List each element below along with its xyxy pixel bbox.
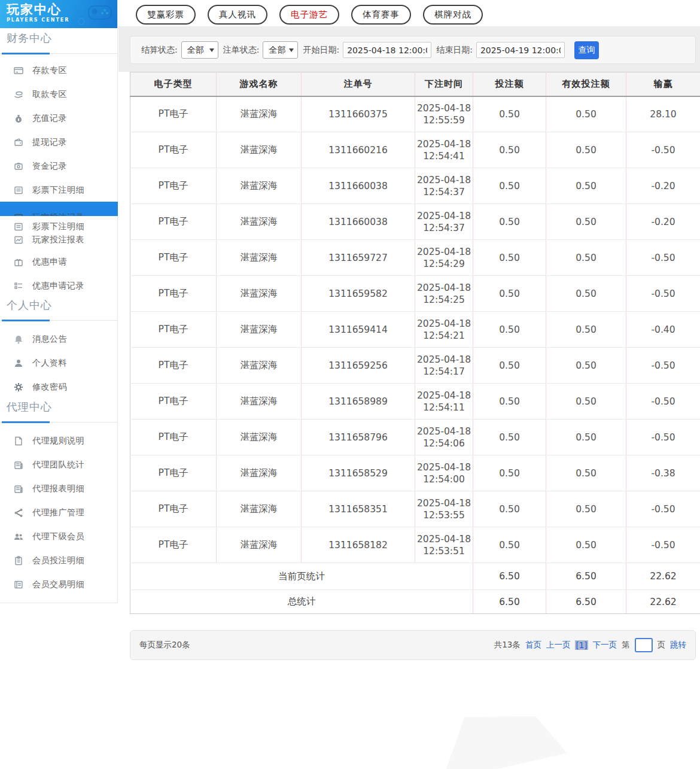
sidebar-item-promo-apply[interactable]: 优惠申请 <box>0 250 118 274</box>
cell-bet-date: 2025-04-18 <box>415 497 473 509</box>
sidebar-item-agent-report-detail[interactable]: 代理报表明细 <box>0 477 118 501</box>
settle-status-select[interactable]: 全部 <box>181 41 218 59</box>
section-agent: 代理中心 <box>0 400 118 423</box>
cell-win-loss: 28.10 <box>626 96 700 132</box>
cell-bet-time: 2025-04-18 12:54:11 <box>415 384 473 420</box>
cell-bet-clock: 12:54:37 <box>415 186 473 198</box>
tab-lottery[interactable]: 雙赢彩票 <box>136 5 196 25</box>
person-icon <box>14 358 23 368</box>
start-date-input[interactable] <box>343 42 431 58</box>
sidebar-item-label: 充值记录 <box>32 113 67 124</box>
sidebar-item-player-bet-report[interactable]: 玩家投注报表 <box>0 230 118 250</box>
table-row: PT电子 湛蓝深海 1311658529 2025-04-18 12:54:00… <box>130 455 700 491</box>
col-win-loss: 输赢 <box>626 72 700 96</box>
total-count: 共13条 <box>494 640 521 651</box>
next-page-link[interactable]: 下一页 <box>593 640 617 651</box>
sidebar-item-withdraw-records[interactable]: 提现记录 <box>0 130 118 154</box>
cell-game: 湛蓝深海 <box>217 527 302 563</box>
start-date-label: 开始日期: <box>303 45 339 56</box>
cell-valid-bet: 0.50 <box>546 384 626 420</box>
cell-type: PT电子 <box>130 384 217 420</box>
col-bet-amount: 投注额 <box>473 72 546 96</box>
cell-game: 湛蓝深海 <box>217 240 302 276</box>
total-summary-valid-bet: 6.50 <box>546 590 626 614</box>
sidebar-item-agent-rules[interactable]: 代理规则说明 <box>0 429 118 453</box>
sidebar-item-label: 玩家投注记录 <box>32 212 84 216</box>
cell-type: PT电子 <box>130 168 217 204</box>
cell-win-loss: -0.50 <box>626 240 700 276</box>
tab-sports[interactable]: 体育赛事 <box>351 5 411 25</box>
cell-bet-time: 2025-04-18 12:54:37 <box>415 168 473 204</box>
sidebar-item-agent-sub-members[interactable]: 代理下级会员 <box>0 525 118 549</box>
sidebar-item-label: 优惠申请记录 <box>32 281 84 291</box>
cell-order-no: 1311658989 <box>302 384 415 420</box>
cell-bet-date: 2025-04-18 <box>415 174 473 186</box>
col-electronic-type: 电子类型 <box>130 72 217 96</box>
cell-bet: 0.50 <box>473 132 546 168</box>
cell-bet-time: 2025-04-18 12:54:25 <box>415 276 473 312</box>
cell-game: 湛蓝深海 <box>217 455 302 491</box>
page-jump-input[interactable] <box>635 638 653 652</box>
cell-bet: 0.50 <box>473 276 546 312</box>
cell-bet-date: 2025-04-18 <box>415 102 473 114</box>
chevron-down-icon <box>209 48 214 52</box>
newspaper-icon <box>14 460 23 470</box>
cell-bet: 0.50 <box>473 348 546 384</box>
sidebar-item-promo-apply-records[interactable]: 优惠申请记录 <box>0 274 118 298</box>
cell-game: 湛蓝深海 <box>217 384 302 420</box>
sidebar-item-recharge-records[interactable]: 充值记录 <box>0 107 118 130</box>
sidebar-item-lottery-bet-detail[interactable]: 彩票下注明细 <box>0 178 118 202</box>
sidebar-item-member-bet-detail[interactable]: 会员投注明细 <box>0 549 118 573</box>
cell-bet: 0.50 <box>473 312 546 348</box>
chevron-down-icon <box>289 48 294 52</box>
share-icon <box>14 508 23 518</box>
cell-valid-bet: 0.50 <box>546 527 626 563</box>
cell-type: PT电子 <box>130 96 217 132</box>
end-date-input[interactable] <box>476 42 565 58</box>
section-agent-title: 代理中心 <box>0 400 118 414</box>
table-row: PT电子 湛蓝深海 1311658796 2025-04-18 12:54:06… <box>130 420 700 455</box>
cell-game: 湛蓝深海 <box>217 491 302 527</box>
cell-bet-clock: 12:54:29 <box>415 258 473 270</box>
page-summary-win-loss: 22.62 <box>626 563 700 590</box>
tab-board-games[interactable]: 棋牌对战 <box>423 5 483 25</box>
settle-status-label: 结算状态: <box>141 45 178 56</box>
sidebar-item-label: 提现记录 <box>32 137 67 148</box>
sidebar-item-agent-team-stats[interactable]: 代理团队统计 <box>0 453 118 477</box>
total-summary-label: 总统计 <box>130 590 473 614</box>
cell-bet: 0.50 <box>473 168 546 204</box>
cell-order-no: 1311658351 <box>302 491 415 527</box>
bell-icon <box>14 335 23 344</box>
cell-bet-clock: 12:54:37 <box>415 222 473 234</box>
sidebar-item-change-password[interactable]: 修改密码 <box>0 375 118 399</box>
cell-bet-date: 2025-04-18 <box>415 425 473 437</box>
sidebar-item-player-bet-records-active[interactable]: 玩家投注记录 <box>0 202 118 216</box>
order-status-select[interactable]: 全部 <box>263 41 298 59</box>
section-underline <box>2 320 50 321</box>
hand-money-icon <box>14 90 23 99</box>
sidebar-item-withdraw-zone[interactable]: 取款专区 <box>0 83 118 107</box>
gift-icon <box>14 257 23 267</box>
pagination-controls: 共13条 首页 上一页 [1] 下一页 第 页 跳转 <box>494 638 686 652</box>
section-finance: 财务中心 <box>0 31 118 54</box>
sidebar-item-deposit[interactable]: 存款专区 <box>0 59 118 83</box>
first-page-link[interactable]: 首页 <box>525 640 541 651</box>
sidebar-item-messages[interactable]: 消息公告 <box>0 327 118 351</box>
cell-order-no: 1311660038 <box>302 204 415 240</box>
query-button[interactable]: 查询 <box>574 41 599 59</box>
sidebar-item-agent-promo-mgmt[interactable]: 代理推广管理 <box>0 501 118 525</box>
tab-live-casino[interactable]: 真人视讯 <box>208 5 267 25</box>
sidebar-item-fund-records[interactable]: 资金记录 <box>0 154 118 178</box>
jump-link[interactable]: 跳转 <box>670 640 686 651</box>
sidebar-item-profile[interactable]: 个人资料 <box>0 351 118 375</box>
sidebar-item-member-trans-detail[interactable]: 会员交易明细 <box>0 573 118 597</box>
sidebar-item-label: 代理报表明细 <box>32 484 84 494</box>
col-game-name: 游戏名称 <box>217 72 302 96</box>
table-row: PT电子 湛蓝深海 1311659727 2025-04-18 12:54:29… <box>130 240 700 276</box>
cell-bet-clock: 12:53:55 <box>415 509 473 521</box>
coin-purse-icon <box>14 162 23 171</box>
cell-bet-clock: 12:53:51 <box>415 545 473 557</box>
cell-bet-date: 2025-04-18 <box>415 461 473 473</box>
tab-electronic-games[interactable]: 电子游艺 <box>279 5 339 25</box>
prev-page-link[interactable]: 上一页 <box>546 640 571 651</box>
